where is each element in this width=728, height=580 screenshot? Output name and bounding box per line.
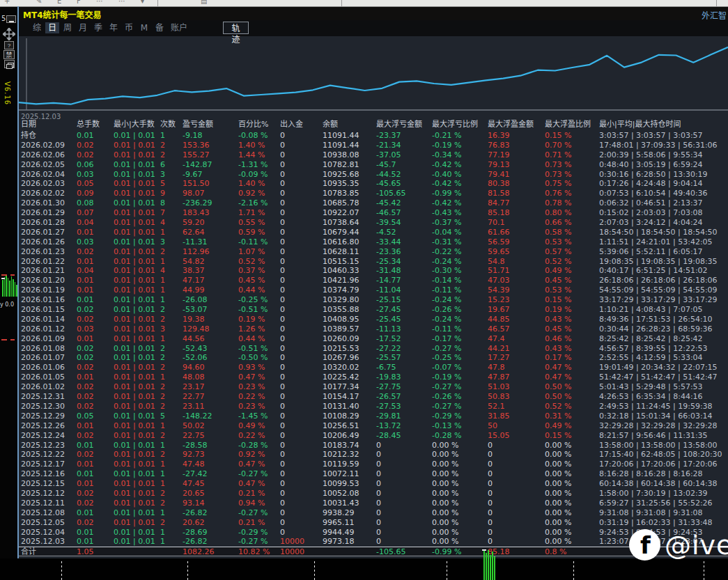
cell-pnl: -9.18 <box>183 131 238 141</box>
cell-balance: 10177.34 <box>323 382 376 392</box>
cell-lots: 0.01 <box>77 479 114 489</box>
cell-minmax: 0.01 | 0.01 <box>114 150 160 160</box>
cell-minmax: 0.01 | 0.01 <box>114 218 160 228</box>
cell-minmax: 0.01 | 0.01 <box>114 431 160 441</box>
cell-times: 1:58:00 | 7:30:19 | 13:02:39 <box>599 489 728 499</box>
cell-maxfp: 61.66 <box>488 228 545 237</box>
cell-inout: 0 <box>280 257 323 267</box>
cell-maxdd: -19.83 <box>376 373 432 382</box>
menu-item-季[interactable]: 季 <box>91 22 105 33</box>
cell-count: 5 <box>160 412 183 421</box>
table-row: 2026.01.020.020.01 | 0.01223.170.23 %010… <box>19 382 728 392</box>
menu-item-月[interactable]: 月 <box>76 22 90 33</box>
menu-item-周[interactable]: 周 <box>61 22 75 33</box>
cell-pct: 百分比% <box>238 119 280 131</box>
cell-date: 2025.12.11 <box>21 499 77 508</box>
restore-window-icon[interactable] <box>4 60 15 68</box>
minimize-button[interactable] <box>6 15 16 23</box>
cell-times: 0:07:53 | 6:10:54 | 49:40:36 <box>599 189 728 198</box>
cell-maxddpct: -0.28 % <box>432 431 488 441</box>
cell-pct: 1.40 % <box>238 179 280 189</box>
cell-balance: 10052.08 <box>323 489 376 499</box>
toolbar-fragment-icon[interactable]: ⋯ <box>96 0 103 6</box>
cell-count: 4 <box>160 266 183 276</box>
cell-count: 2 <box>160 402 183 412</box>
toolbar-fragment-icon[interactable]: ⋯ <box>118 0 125 6</box>
cell-maxdd: -44.52 <box>376 170 432 180</box>
table-row: 2026.01.260.030.01 | 0.013-11.31-0.11 %0… <box>19 237 728 247</box>
cell-balance: 10031.43 <box>323 499 376 508</box>
cell-date: 合计 <box>21 547 77 556</box>
track-button[interactable]: 轨迹 <box>223 22 249 34</box>
period-menu-bar: 综日周月季年币M备账户 轨迹 <box>19 20 728 36</box>
cell-minmax: 0.01 | 0.01 <box>114 334 160 344</box>
crosshair-tool-icon[interactable]: + <box>4 0 10 6</box>
cell-maxfp: 0 <box>488 441 545 450</box>
panel-titlebar: MT4统计每一笔交易 外汇智 <box>19 7 728 20</box>
cell-maxfppct: 0.00 % <box>545 528 599 538</box>
cell-lots: 0.02 <box>77 150 114 160</box>
ban-button[interactable]: 禁 <box>3 50 15 59</box>
cell-balance: 10256.51 <box>323 421 376 431</box>
cell-maxdd: 0 <box>376 469 432 479</box>
menu-item-账户[interactable]: 账户 <box>168 22 190 33</box>
panel-title: MT4统计每一笔交易 <box>23 8 101 20</box>
cell-maxddpct: 0.00 % <box>432 518 488 528</box>
help-button[interactable]: ? <box>4 41 14 49</box>
menu-item-备[interactable]: 备 <box>153 22 166 33</box>
cell-count: 5 <box>160 179 183 189</box>
cell-maxddpct: 0.00 % <box>432 508 488 518</box>
cell-balance: 10616.80 <box>323 237 376 247</box>
cell-maxfp: 80.38 <box>488 179 545 189</box>
background-chart-strip <box>0 558 728 580</box>
cell-maxfp: 0 <box>488 460 545 469</box>
menu-item-币[interactable]: 币 <box>122 22 136 33</box>
table-row: 2025.12.050.020.01 | 0.01220.620.21 %099… <box>19 518 728 528</box>
cell-lots: 0.01 <box>77 508 114 518</box>
cell-maxfp: 47.03 <box>488 276 545 285</box>
cell-maxfppct: 0.00 % <box>545 499 599 508</box>
menu-item-综[interactable]: 综 <box>30 22 44 33</box>
stop-level-dash <box>0 339 17 340</box>
move-cross-icon[interactable] <box>3 28 15 40</box>
cell-pct: 0.22 % <box>238 431 280 441</box>
cell-pct: -0.29 % <box>238 528 280 538</box>
toolbar-divider <box>157 0 158 6</box>
dropdown-arrow-icon[interactable]: ▾ <box>141 0 144 6</box>
menu-item-日[interactable]: 日 <box>45 22 59 33</box>
cell-balance: 10329.80 <box>323 295 376 305</box>
draw-tool-icon[interactable]: ✎ <box>36 0 42 6</box>
cell-date: 2026.02.04 <box>21 170 77 180</box>
cell-date: 2025.12.08 <box>21 508 77 518</box>
cell-inout: 0 <box>280 170 323 180</box>
cell-maxfppct: 最大浮盈比例 <box>545 119 599 131</box>
cell-pnl: 62.64 <box>183 228 238 237</box>
cell-minmax: 0.01 | 0.01 <box>114 170 160 180</box>
table-row: 2026.01.290.070.01 | 0.017183.431.71 %01… <box>19 208 728 218</box>
cell-maxfppct: 0.70 % <box>545 141 599 150</box>
cell-times: 5:01:43 | 5:29:48 | 5:57:53 <box>599 382 728 392</box>
toolbar-fragment-icon[interactable]: ▤ <box>201 0 207 6</box>
period-separator <box>573 561 574 580</box>
equity-curve-chart <box>19 36 728 111</box>
toolbar-divider <box>716 0 717 6</box>
cell-balance: 10389.57 <box>323 324 376 334</box>
cell-maxfp: 15.05 <box>488 431 545 441</box>
cell-times: 17:48:01 | 37:09:33 | 56:31:06 <box>599 141 728 150</box>
cell-pnl: -148.22 <box>183 412 238 421</box>
menu-item-年[interactable]: 年 <box>107 22 121 33</box>
cell-date: 2026.01.12 <box>21 324 77 334</box>
cell-count: 1 <box>160 537 183 547</box>
cell-maxfp: 0 <box>488 479 545 489</box>
cell-inout: 0 <box>280 421 323 431</box>
screen: + ✎ E F ⋯ ⋯ ▾ ▤ 5 ? 禁 V6.16 <box>0 0 728 580</box>
cell-pnl: -9.67 <box>183 170 238 180</box>
cell-minmax: 0.01 | 0.01 <box>114 160 160 170</box>
menu-item-M[interactable]: M <box>137 22 151 33</box>
cell-minmax: 0.01 | 0.01 <box>114 208 160 218</box>
toolbar-fragment-icon[interactable]: F <box>77 0 81 6</box>
cell-maxfp: 最大浮盈金额 <box>488 119 545 131</box>
toolbar-fragment-icon[interactable]: E <box>57 0 61 6</box>
cell-pnl: 93.14 <box>183 499 238 508</box>
cell-pnl: 98.07 <box>183 189 238 198</box>
